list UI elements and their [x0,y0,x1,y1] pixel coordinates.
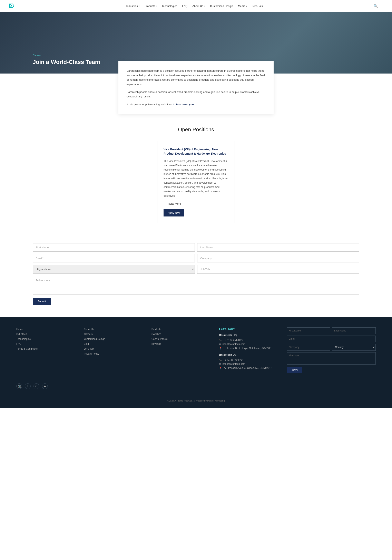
submit-button[interactable]: Submit [33,298,51,305]
footer-links-col1: Home Industries Technologies FAQ Terms &… [16,327,76,350]
footer-hq-phone: 📞 +972 73.251.1020 [219,339,278,341]
facebook-icon[interactable]: f [25,383,31,389]
footer-contact-heading: Let's Talk! [219,327,278,331]
footer: Home Industries Technologies FAQ Terms &… [0,317,392,408]
intro-para-2: Barantech people share a passion for rea… [127,90,265,99]
footer-form-message-row [287,352,376,365]
nav-customized[interactable]: Customized Design [210,4,233,8]
apply-now-button[interactable]: Apply Now [164,209,184,217]
footer-submit-button[interactable]: Submit [287,367,302,373]
linkedin-icon[interactable]: in [33,383,39,389]
footer-inner: Home Industries Technologies FAQ Terms &… [0,317,392,408]
footer-first-name-input[interactable] [287,327,330,334]
copyright-text: ©2024 All rights reserved. // Website by… [167,400,225,402]
message-textarea[interactable] [33,276,359,294]
application-form-section: Afghanistan United States Israel Submit [0,239,392,317]
last-name-input[interactable] [197,243,359,252]
footer-link-faq[interactable]: FAQ [16,342,76,345]
email-icon-us: ✉ [219,363,221,365]
job-title: Vice President (VP) of Engineering, New … [164,147,228,156]
footer-link-customized[interactable]: Customized Design [84,337,143,340]
footer-link-industries[interactable]: Industries [16,332,76,336]
navbar-actions: 🔍 ☰ [374,4,384,8]
footer-us-title: Barantech US [219,353,278,356]
country-select[interactable]: Afghanistan United States Israel [33,265,195,274]
country-job-row: Afghanistan United States Israel [33,265,359,274]
footer-email-input[interactable] [287,336,376,342]
hamburger-icon[interactable]: ☰ [381,4,384,8]
footer-link-blog[interactable]: Blog [84,342,143,345]
nav-faq[interactable]: FAQ [182,4,187,8]
footer-link-keypads[interactable]: Keypads [151,342,211,345]
search-icon[interactable]: 🔍 [374,4,378,8]
phone-icon: 📞 [219,339,222,341]
footer-col-1: Home Industries Technologies FAQ Terms &… [16,327,76,373]
instagram-icon[interactable]: 📷 [16,383,22,389]
location-icon: 📍 [219,347,222,350]
footer-link-products[interactable]: Products [151,327,211,331]
email-icon: ✉ [219,343,221,346]
footer-contact-info: Let's Talk! Barantech HQ 📞 +972 73.251.1… [219,327,278,373]
footer-us-email: ✉ info@barantech.com [219,362,278,365]
footer-col-2: About Us Careers Customized Design Blog … [84,327,143,373]
footer-country-select[interactable]: Country United States Israel [332,344,376,351]
footer-bottom: ©2024 All rights reserved. // Website by… [16,395,376,402]
nav-about[interactable]: About Us ▾ [192,4,205,8]
youtube-icon[interactable]: ▶ [42,383,48,389]
footer-link-terms[interactable]: Terms & Conditions [16,347,76,350]
footer-link-privacy[interactable]: Privacy Policy [84,352,143,355]
footer-top: Home Industries Technologies FAQ Terms &… [16,327,376,373]
breadcrumb: Careers [33,54,100,57]
footer-message-textarea[interactable] [287,352,376,365]
footer-link-control-panels[interactable]: Control Panels [151,337,211,340]
footer-link-letstalk[interactable]: Let's Talk [84,347,143,350]
footer-link-technologies[interactable]: Technologies [16,337,76,340]
navbar: Industries ▾ Products ▾ Technologies FAQ… [0,0,392,12]
nav-products[interactable]: Products ▾ [145,4,157,8]
footer-social-icons: 📷 f in ▶ [16,381,376,389]
nav-lets-talk[interactable]: Let's Talk [252,4,263,8]
read-more-label: Read More [168,202,181,205]
intro-para-1: Barantech's dedicated team is a solution… [127,69,265,87]
read-more-arrow: — [164,202,166,205]
nav-links: Industries ▾ Products ▾ Technologies FAQ… [126,4,263,8]
email-company-row [33,254,359,262]
footer-form-email-row [287,336,376,342]
location-icon-us: 📍 [219,367,222,370]
job-description: The Vice President (VP) of New Product D… [164,159,228,198]
first-name-input[interactable] [33,243,195,252]
read-more-link[interactable]: — Read More [164,202,228,205]
footer-contact-form: Country United States Israel Submit [287,327,376,373]
nav-technologies[interactable]: Technologies [162,4,177,8]
logo[interactable] [8,2,16,10]
job-card: Vice President (VP) of Engineering, New … [157,141,235,223]
footer-last-name-input[interactable] [332,327,376,334]
footer-links-col3: Products Switches Control Panels Keypads [151,327,211,345]
message-row [33,276,359,294]
hear-from-you-link[interactable]: to hear from you. [173,103,194,106]
footer-us-address: 📍 777 Passaic Avenue, Clifton, NJ, USA 0… [219,367,278,370]
intro-card: Barantech's dedicated team is a solution… [118,61,274,114]
intro-para-3: If this gets your pulse racing, we'd lov… [127,102,265,107]
footer-hq-title: Barantech HQ [219,333,278,337]
open-positions-section: Open Positions Vice President (VP) of En… [0,114,392,239]
footer-hq-address: 📍 18 Tzoran Blvd., Kiryat Gat, Israel, 8… [219,347,278,350]
footer-links-col2: About Us Careers Customized Design Blog … [84,327,143,355]
nav-media[interactable]: Media ▾ [238,4,247,8]
footer-link-careers[interactable]: Careers [84,332,143,336]
intro-section: Barantech's dedicated team is a solution… [0,61,392,114]
footer-hq-email: ✉ info@barantech.com [219,343,278,346]
footer-company-input[interactable] [287,344,330,351]
footer-col-3: Products Switches Control Panels Keypads [151,327,211,373]
phone-icon-us: 📞 [219,359,222,361]
nav-industries[interactable]: Industries ▾ [126,4,140,8]
footer-form-name-row [287,327,376,334]
job-title-input[interactable] [197,265,359,274]
footer-link-about[interactable]: About Us [84,327,143,331]
footer-link-switches[interactable]: Switches [151,332,211,336]
open-positions-heading: Open Positions [33,126,359,133]
company-input[interactable] [197,254,359,262]
footer-link-home[interactable]: Home [16,327,76,331]
email-input[interactable] [33,254,195,262]
name-row [33,243,359,252]
